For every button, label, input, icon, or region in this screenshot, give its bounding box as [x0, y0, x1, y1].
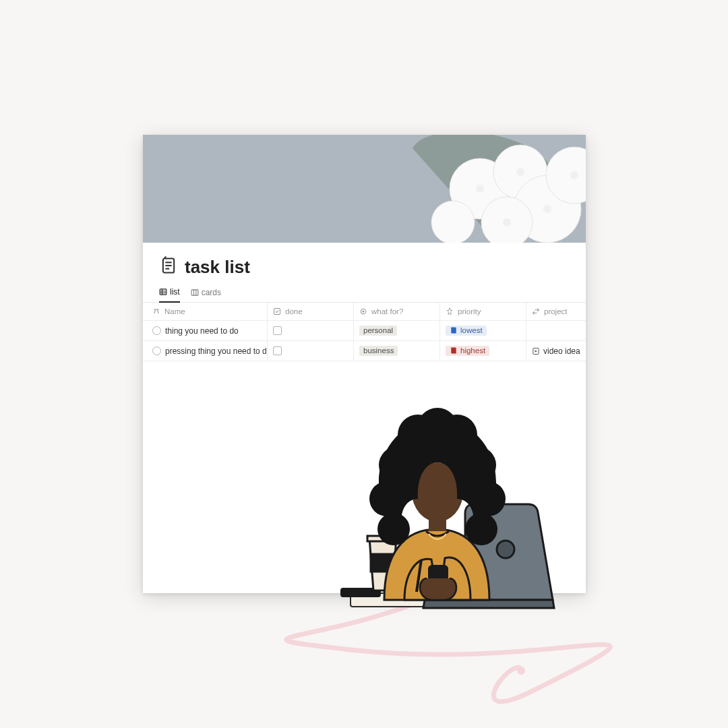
svg-point-10: [516, 168, 524, 176]
pin-icon: [446, 307, 454, 315]
column-header-priority[interactable]: priority: [440, 303, 526, 320]
svg-point-7: [431, 201, 475, 243]
cell-done[interactable]: [268, 321, 354, 340]
svg-rect-25: [274, 309, 280, 315]
view-tab-label: cards: [202, 288, 221, 297]
view-tab-cards[interactable]: cards: [191, 284, 221, 302]
open-page-icon[interactable]: [152, 326, 161, 335]
cell-done[interactable]: [268, 341, 354, 361]
page-title: task list: [185, 257, 250, 278]
column-header-project[interactable]: project: [526, 303, 586, 320]
svg-point-13: [570, 171, 578, 179]
checkbox-icon: [273, 307, 281, 315]
svg-marker-29: [535, 350, 538, 352]
table-header-row: Name done what for? priority project: [143, 303, 586, 321]
open-page-icon[interactable]: [152, 346, 161, 355]
cell-whatfor[interactable]: business: [354, 341, 440, 361]
cell-project[interactable]: video idea: [526, 341, 586, 361]
task-name: pressing thing you need to do: [165, 346, 268, 356]
whatfor-tag: business: [359, 346, 398, 356]
scroll-list-icon: [159, 256, 178, 278]
project-link[interactable]: video idea: [532, 346, 580, 356]
relation-icon: [532, 307, 540, 315]
table-row[interactable]: thing you need to do personal lowest: [143, 321, 586, 341]
cell-whatfor[interactable]: personal: [354, 321, 440, 340]
svg-point-27: [363, 311, 365, 313]
page-icon: [532, 347, 540, 355]
cell-priority[interactable]: lowest: [440, 321, 526, 340]
cell-name[interactable]: thing you need to do: [143, 321, 268, 340]
view-tabs: list cards: [143, 283, 586, 302]
column-header-name[interactable]: Name: [143, 303, 268, 320]
cell-name[interactable]: pressing thing you need to do: [143, 341, 268, 361]
table-row[interactable]: pressing thing you need to do business h…: [143, 341, 586, 361]
book-icon: [450, 346, 458, 355]
svg-rect-22: [191, 289, 198, 295]
task-list-card: task list list cards Name: [143, 135, 586, 593]
task-table: Name done what for? priority project: [143, 302, 586, 361]
text-icon: [152, 307, 160, 315]
checkbox-input[interactable]: [273, 346, 282, 355]
book-icon: [450, 326, 458, 334]
view-tab-label: list: [170, 287, 180, 297]
task-name: thing you need to do: [165, 326, 239, 336]
priority-tag: highest: [446, 346, 489, 356]
priority-tag: lowest: [446, 326, 487, 336]
view-tab-list[interactable]: list: [159, 283, 180, 303]
column-header-whatfor[interactable]: what for?: [354, 303, 440, 320]
tag-icon: [359, 307, 367, 315]
svg-point-9: [476, 185, 484, 193]
svg-point-1: [517, 667, 525, 675]
cell-priority[interactable]: highest: [440, 341, 526, 361]
table-icon: [159, 288, 167, 296]
whatfor-tag: personal: [359, 326, 397, 336]
board-icon: [191, 289, 199, 297]
column-header-done[interactable]: done: [268, 303, 354, 320]
checkbox-input[interactable]: [273, 326, 282, 335]
svg-point-11: [543, 205, 551, 213]
svg-rect-30: [351, 593, 519, 607]
cell-project[interactable]: [526, 321, 586, 340]
svg-rect-18: [160, 289, 166, 295]
cover-image: [143, 135, 586, 243]
svg-point-12: [503, 218, 511, 226]
